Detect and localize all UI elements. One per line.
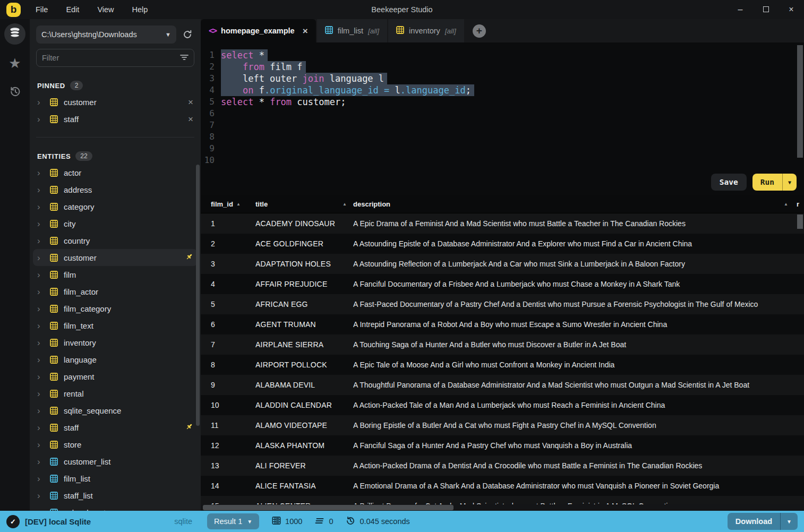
chevron-right-icon[interactable]: › <box>37 287 46 296</box>
table-row[interactable]: 13ALI FOREVERA Action-Packed Drama of a … <box>201 456 804 476</box>
tab-film-list[interactable]: film_list [all] <box>317 19 387 42</box>
tab-homepage-example[interactable]: <> homepage_example × <box>201 19 316 42</box>
table-row[interactable]: 3ADAPTATION HOLESA Astounding Reflection… <box>201 254 804 274</box>
run-label[interactable]: Run <box>752 174 782 191</box>
cell-title[interactable]: ALAMO VIDEOTAPE <box>255 421 353 430</box>
sidebar-scrollbar[interactable] <box>196 165 200 426</box>
cell-film-id[interactable]: 4 <box>201 280 255 288</box>
cell-film-id[interactable]: 11 <box>201 421 255 430</box>
refresh-button[interactable] <box>181 30 194 39</box>
entity-item-rental[interactable]: ›rental <box>30 385 201 402</box>
cell-description[interactable]: A Fanciful Documentary of a Frisbee And … <box>353 280 804 288</box>
table-row[interactable]: 15ALIEN CENTERA Brilliant Drama of a Cat… <box>201 496 804 504</box>
cell-description[interactable]: A Fast-Paced Documentary of a Pastry Che… <box>353 300 804 308</box>
chevron-right-icon[interactable]: › <box>37 355 46 364</box>
table-row[interactable]: 14ALICE FANTASIAA Emotional Drama of a A… <box>201 476 804 496</box>
cell-title[interactable]: ALABAMA DEVIL <box>255 381 353 389</box>
save-button[interactable]: Save <box>711 174 747 191</box>
chevron-right-icon[interactable]: › <box>37 236 46 245</box>
rail-item-history[interactable] <box>4 82 25 103</box>
cell-description[interactable]: A Emotional Drama of a A Shark And a Dat… <box>353 482 804 490</box>
entity-item-payment[interactable]: ›payment <box>30 368 201 385</box>
cell-title[interactable]: ALASKA PHANTOM <box>255 441 353 450</box>
result-selector-button[interactable]: Result 1 ▼ <box>207 513 259 529</box>
unpin-close-icon[interactable]: × <box>188 115 193 124</box>
table-row[interactable]: 5AFRICAN EGGA Fast-Paced Documentary of … <box>201 294 804 314</box>
cell-title[interactable]: AFRICAN EGG <box>255 300 353 308</box>
menu-edit[interactable]: Edit <box>59 3 85 16</box>
chevron-right-icon[interactable]: › <box>37 253 46 262</box>
table-row[interactable]: 8AIRPORT POLLOCKA Epic Tale of a Moose A… <box>201 355 804 375</box>
cell-description[interactable]: A Action-Packed Drama of a Dentist And a… <box>353 461 804 470</box>
cell-film-id[interactable]: 1 <box>201 219 255 228</box>
cell-title[interactable]: ALADDIN CALENDAR <box>255 401 353 409</box>
chevron-right-icon[interactable]: › <box>37 423 46 432</box>
cell-film-id[interactable]: 9 <box>201 381 255 389</box>
chevron-right-icon[interactable]: › <box>37 185 46 194</box>
chevron-right-icon[interactable]: › <box>37 202 46 211</box>
entity-item-film_category[interactable]: ›film_category <box>30 300 201 317</box>
close-button[interactable]: × <box>779 0 804 19</box>
rail-item-favorites[interactable]: ★ <box>4 53 25 74</box>
cell-description[interactable]: A Thoughtful Panorama of a Database Admi… <box>353 381 804 389</box>
cell-description[interactable]: A Intrepid Panorama of a Robot And a Boy… <box>353 320 804 329</box>
horizontal-scrollbar-thumb[interactable] <box>203 505 454 510</box>
table-row[interactable]: 6AGENT TRUMANA Intrepid Panorama of a Ro… <box>201 314 804 334</box>
minimize-button[interactable]: – <box>728 0 753 19</box>
entity-item-staff_list[interactable]: ›staff_list <box>30 487 201 504</box>
pinned-item-staff[interactable]: ›staff× <box>30 110 201 127</box>
cell-title[interactable]: ALICE FANTASIA <box>255 482 353 490</box>
chevron-right-icon[interactable]: › <box>37 457 46 466</box>
editor-scrollbar[interactable] <box>797 45 803 158</box>
entity-item-sales_by_store[interactable]: ›sales_by_store <box>30 504 201 511</box>
chevron-right-icon[interactable]: › <box>37 115 46 124</box>
connection-selector[interactable]: C:\Users\ghstng\Downloads ▼ <box>36 25 176 44</box>
pin-icon[interactable] <box>185 253 193 263</box>
pinned-item-customer[interactable]: ›customer× <box>30 93 201 110</box>
table-row[interactable]: 12ALASKA PHANTOMA Fanciful Saga of a Hun… <box>201 435 804 456</box>
cell-title[interactable]: ACE GOLDFINGER <box>255 239 353 248</box>
chevron-right-icon[interactable]: › <box>37 304 46 313</box>
pin-icon[interactable] <box>185 423 193 433</box>
chevron-right-icon[interactable]: › <box>37 168 46 177</box>
cell-title[interactable]: ACADEMY DINOSAUR <box>255 219 353 228</box>
column-header-description[interactable]: description ▲ r <box>353 200 804 208</box>
cell-film-id[interactable]: 13 <box>201 461 255 470</box>
cell-film-id[interactable]: 8 <box>201 361 255 369</box>
chevron-right-icon[interactable]: › <box>37 474 46 483</box>
download-button[interactable]: Download ▼ <box>728 513 798 530</box>
entity-item-store[interactable]: ›store <box>30 436 201 453</box>
cell-film-id[interactable]: 5 <box>201 300 255 308</box>
menu-file[interactable]: File <box>29 3 54 16</box>
chevron-right-icon[interactable]: › <box>37 491 46 500</box>
entity-item-category[interactable]: ›category <box>30 198 201 215</box>
unpin-close-icon[interactable]: × <box>188 98 193 107</box>
cell-description[interactable]: A Epic Drama of a Feminist And a Mad Sci… <box>353 219 804 228</box>
table-row[interactable]: 11ALAMO VIDEOTAPEA Boring Epistle of a B… <box>201 415 804 435</box>
chevron-right-icon[interactable]: › <box>37 270 46 279</box>
chevron-right-icon[interactable]: › <box>37 440 46 449</box>
menu-view[interactable]: View <box>91 3 120 16</box>
cell-film-id[interactable]: 3 <box>201 260 255 268</box>
cell-description[interactable]: A Touching Saga of a Hunter And a Butler… <box>353 340 804 349</box>
table-row[interactable]: 2ACE GOLDFINGERA Astounding Epistle of a… <box>201 234 804 254</box>
column-header-film-id[interactable]: film_id ▲ <box>201 200 255 208</box>
cell-film-id[interactable]: 2 <box>201 239 255 248</box>
cell-title[interactable]: AIRPORT POLLOCK <box>255 361 353 369</box>
table-row[interactable]: 7AIRPLANE SIERRAA Touching Saga of a Hun… <box>201 334 804 355</box>
close-tab-icon[interactable]: × <box>303 27 308 36</box>
cell-film-id[interactable]: 12 <box>201 441 255 450</box>
cell-film-id[interactable]: 6 <box>201 320 255 329</box>
column-header-partial[interactable]: r <box>797 200 802 208</box>
chevron-right-icon[interactable]: › <box>37 508 46 511</box>
cell-film-id[interactable]: 14 <box>201 482 255 490</box>
entity-item-staff[interactable]: ›staff <box>30 419 201 436</box>
entity-item-film[interactable]: ›film <box>30 266 201 283</box>
cell-title[interactable]: ADAPTATION HOLES <box>255 260 353 268</box>
cell-description[interactable]: A Astounding Reflection of a Lumberjack … <box>353 260 804 268</box>
cell-title[interactable]: ALI FOREVER <box>255 461 353 470</box>
sql-editor[interactable]: 1select *2 from film f3 left outer join … <box>201 42 804 195</box>
chevron-right-icon[interactable]: › <box>37 98 46 107</box>
column-header-title[interactable]: title ▲ <box>255 200 353 208</box>
entity-item-customer_list[interactable]: ›customer_list <box>30 453 201 470</box>
